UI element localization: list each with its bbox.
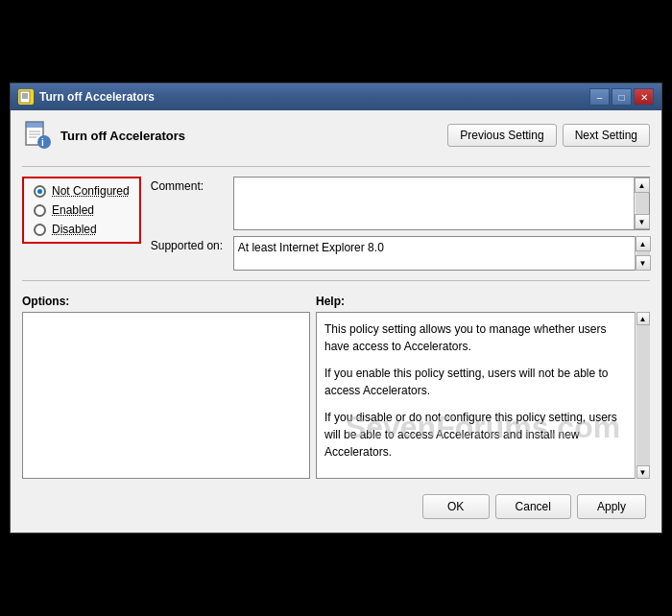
middle-divider xyxy=(22,280,650,281)
header-divider xyxy=(22,166,650,167)
window-icon xyxy=(18,89,34,105)
help-scrollbar: ▲ ▼ xyxy=(635,312,650,479)
options-area xyxy=(22,312,310,479)
next-setting-button[interactable]: Next Setting xyxy=(563,124,650,147)
radio-enabled-input[interactable] xyxy=(34,204,46,217)
comment-box-wrapper: ▲ ▼ xyxy=(233,177,650,230)
comment-scroll-up[interactable]: ▲ xyxy=(635,178,650,193)
radio-not-configured-label: Not Configured xyxy=(52,184,130,198)
header-left: i Turn off Accelerators xyxy=(22,120,185,151)
title-bar-left: Turn off Accelerators xyxy=(18,89,155,105)
help-label: Help: xyxy=(316,295,650,308)
svg-text:i: i xyxy=(41,137,44,148)
radio-disabled-input[interactable] xyxy=(34,224,46,236)
title-bar: Turn off Accelerators – □ ✕ xyxy=(11,83,661,110)
window-content: i Turn off Accelerators Previous Setting… xyxy=(11,110,661,533)
help-paragraph-1: This policy setting allows you to manage… xyxy=(324,320,632,355)
supported-label: Supported on: xyxy=(151,236,228,252)
dialog-title: Turn off Accelerators xyxy=(60,129,185,143)
help-scroll-up[interactable]: ▲ xyxy=(636,312,650,325)
radio-not-configured-input[interactable] xyxy=(34,185,46,198)
radio-disabled[interactable]: Disabled xyxy=(34,223,130,236)
policy-icon: i xyxy=(22,120,53,151)
cancel-button[interactable]: Cancel xyxy=(495,494,571,519)
ok-button[interactable]: OK xyxy=(422,494,490,519)
svg-rect-5 xyxy=(26,122,43,128)
supported-scroll-up[interactable]: ▲ xyxy=(636,236,651,251)
left-panel: Not Configured Enabled Disabled xyxy=(22,177,141,271)
options-label: Options: xyxy=(22,295,310,308)
header-nav-buttons: Previous Setting Next Setting xyxy=(447,124,650,147)
title-bar-controls: – □ ✕ xyxy=(589,88,654,106)
options-column: Options: xyxy=(22,295,310,479)
supported-scroll-down[interactable]: ▼ xyxy=(636,255,651,271)
minimize-button[interactable]: – xyxy=(589,88,610,106)
help-column: Help: This policy setting allows you to … xyxy=(316,295,650,479)
help-area-wrapper: This policy setting allows you to manage… xyxy=(316,312,650,479)
svg-point-9 xyxy=(37,135,51,149)
radio-group: Not Configured Enabled Disabled xyxy=(22,177,141,244)
window-title: Turn off Accelerators xyxy=(39,90,155,104)
prev-setting-button[interactable]: Previous Setting xyxy=(447,124,556,147)
apply-button[interactable]: Apply xyxy=(577,494,646,519)
supported-value: At least Internet Explorer 8.0 xyxy=(233,236,650,271)
help-area: This policy setting allows you to manage… xyxy=(316,312,650,479)
supported-box-wrapper: At least Internet Explorer 8.0 ▲ ▼ xyxy=(233,236,650,271)
help-paragraph-3: If you disable or do not configure this … xyxy=(324,409,632,461)
radio-disabled-label: Disabled xyxy=(52,223,97,236)
comment-label: Comment: xyxy=(151,177,228,193)
comment-scroll-down[interactable]: ▼ xyxy=(635,214,650,229)
maximize-button[interactable]: □ xyxy=(612,88,632,106)
main-area: Not Configured Enabled Disabled Comm xyxy=(22,177,650,271)
right-panel: Comment: ▲ ▼ Supported on: xyxy=(151,177,650,271)
svg-rect-0 xyxy=(20,91,30,103)
close-button[interactable]: ✕ xyxy=(634,88,654,106)
comment-input[interactable] xyxy=(234,178,634,229)
help-scroll-down[interactable]: ▼ xyxy=(636,465,650,479)
radio-enabled[interactable]: Enabled xyxy=(34,203,130,217)
help-text: This policy setting allows you to manage… xyxy=(324,320,632,461)
main-window: Turn off Accelerators – □ ✕ i xyxy=(10,83,662,533)
bottom-buttons: OK Cancel Apply xyxy=(22,486,650,523)
header-row: i Turn off Accelerators Previous Setting… xyxy=(22,120,650,156)
options-help-row: Options: Help: This policy setting allow… xyxy=(22,295,650,479)
supported-scrollbar: ▲ ▼ xyxy=(635,236,650,271)
help-paragraph-2: If you enable this policy setting, users… xyxy=(324,365,632,399)
comment-section: Comment: ▲ ▼ xyxy=(151,177,650,230)
comment-scrollbar: ▲ ▼ xyxy=(634,178,649,229)
radio-not-configured[interactable]: Not Configured xyxy=(34,184,130,198)
supported-section: Supported on: At least Internet Explorer… xyxy=(151,236,650,271)
radio-enabled-label: Enabled xyxy=(52,203,94,217)
